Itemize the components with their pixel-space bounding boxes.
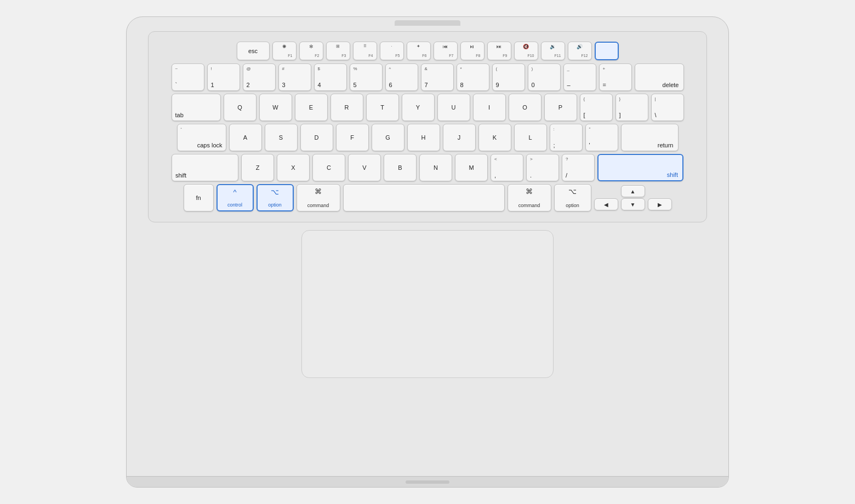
o-key[interactable]: O xyxy=(509,94,542,121)
s-key[interactable]: S xyxy=(265,124,298,151)
brightness-high-icon: ✻ xyxy=(309,44,314,49)
power-key[interactable] xyxy=(595,42,619,60)
u-key[interactable]: U xyxy=(437,94,470,121)
ampersand-symbol: & xyxy=(425,66,428,71)
option-right-key[interactable]: ⌥ option xyxy=(554,184,591,211)
v-key[interactable]: V xyxy=(348,154,381,181)
q-key[interactable]: Q xyxy=(224,94,256,121)
6-symbol: 6 xyxy=(389,82,392,88)
c-key[interactable]: C xyxy=(312,154,345,181)
option-right-label: option xyxy=(566,203,579,208)
r-key[interactable]: R xyxy=(330,94,363,121)
1-key[interactable]: ! 1 xyxy=(207,64,240,91)
minus-key[interactable]: _ – xyxy=(563,64,596,91)
question-key[interactable]: ? / xyxy=(562,154,595,181)
fn-label: fn xyxy=(196,194,201,201)
control-label: control xyxy=(227,202,242,208)
gt-key[interactable]: > . xyxy=(526,154,559,181)
f3-key[interactable]: ⊞ F3 xyxy=(326,42,350,60)
g-key[interactable]: G xyxy=(372,124,404,151)
mute-icon: 🔇 xyxy=(523,44,529,49)
f4-key[interactable]: ⠿ F4 xyxy=(353,42,377,60)
m-key[interactable]: M xyxy=(455,154,488,181)
t-key[interactable]: T xyxy=(366,94,399,121)
0-key[interactable]: ) 0 xyxy=(528,64,561,91)
f11-key[interactable]: 🔉 F11 xyxy=(541,42,565,60)
right-arrow-icon: ▶ xyxy=(658,202,662,208)
f6-key[interactable]: ✦ F6 xyxy=(407,42,431,60)
tilde-key[interactable]: ~ ` xyxy=(172,64,204,91)
0-symbol: 0 xyxy=(532,82,535,88)
esc-key[interactable]: esc xyxy=(237,42,270,60)
hash-symbol: # xyxy=(282,66,284,71)
f1-key[interactable]: ✺ F1 xyxy=(272,42,297,60)
5-key[interactable]: % 5 xyxy=(350,64,383,91)
8-key[interactable]: * 8 xyxy=(457,64,489,91)
lbracket-key[interactable]: { [ xyxy=(580,94,613,121)
3-key[interactable]: # 3 xyxy=(278,64,311,91)
arrow-lr-container: ◀ ▼ ▶ xyxy=(594,198,672,210)
arrow-right-key[interactable]: ▶ xyxy=(648,198,672,210)
4-key[interactable]: $ 4 xyxy=(314,64,347,91)
7-key[interactable]: & 7 xyxy=(421,64,454,91)
caps-lock-key[interactable]: • caps lock xyxy=(177,124,226,151)
up-arrow-icon: ▲ xyxy=(630,188,636,194)
9-key[interactable]: ( 9 xyxy=(492,64,525,91)
control-icon: ^ xyxy=(233,188,236,196)
p-key[interactable]: P xyxy=(544,94,577,121)
command-right-icon: ⌘ xyxy=(526,187,533,196)
trackpad[interactable] xyxy=(301,230,554,378)
control-key[interactable]: ^ control xyxy=(216,184,254,211)
2-key[interactable]: @ 2 xyxy=(243,64,276,91)
f2-key[interactable]: ✻ F2 xyxy=(299,42,323,60)
arrow-left-key[interactable]: ◀ xyxy=(594,198,618,210)
h-key[interactable]: H xyxy=(407,124,440,151)
space-key[interactable] xyxy=(343,184,505,211)
n-key[interactable]: N xyxy=(419,154,452,181)
f7-key[interactable]: ⏮ F7 xyxy=(434,42,458,60)
shift-right-key[interactable]: shift xyxy=(597,154,683,181)
y-key[interactable]: Y xyxy=(402,94,435,121)
fast-forward-icon: ⏭ xyxy=(497,44,501,49)
f5-key[interactable]: · F5 xyxy=(380,42,404,60)
w-key[interactable]: W xyxy=(259,94,292,121)
j-key[interactable]: J xyxy=(443,124,476,151)
equals-key[interactable]: + = xyxy=(599,64,632,91)
i-key[interactable]: I xyxy=(473,94,506,121)
6-key[interactable]: ^ 6 xyxy=(385,64,418,91)
f12-key[interactable]: 🔊 F12 xyxy=(568,42,592,60)
k-key[interactable]: K xyxy=(478,124,511,151)
a-key[interactable]: A xyxy=(229,124,262,151)
tilde-symbol: ~ xyxy=(175,66,178,71)
d-key[interactable]: D xyxy=(300,124,333,151)
rbracket-key[interactable]: } ] xyxy=(615,94,648,121)
l-key[interactable]: L xyxy=(514,124,547,151)
b-key[interactable]: B xyxy=(384,154,417,181)
brightness-low-icon: ✺ xyxy=(282,44,287,49)
f9-key[interactable]: ⏭ F9 xyxy=(487,42,511,60)
fn-key[interactable]: fn xyxy=(184,184,214,211)
command-right-key[interactable]: ⌘ command xyxy=(508,184,551,211)
f-key[interactable]: F xyxy=(336,124,369,151)
lt-key[interactable]: < , xyxy=(491,154,523,181)
arrow-down-key[interactable]: ▼ xyxy=(621,198,645,210)
pipe-key[interactable]: | \ xyxy=(651,94,684,121)
f8-key[interactable]: ⏯ F8 xyxy=(460,42,485,60)
semicolon-key[interactable]: : ; xyxy=(550,124,583,151)
tab-key[interactable]: tab xyxy=(172,94,221,121)
option-left-key[interactable]: ⌥ option xyxy=(256,184,294,211)
x-key[interactable]: X xyxy=(277,154,310,181)
z-key[interactable]: Z xyxy=(241,154,274,181)
command-left-key[interactable]: ⌘ command xyxy=(297,184,340,211)
return-key[interactable]: return xyxy=(621,124,679,151)
caps-dot: • xyxy=(181,127,182,130)
left-arrow-icon: ◀ xyxy=(604,202,608,208)
underscore-symbol: _ xyxy=(567,66,569,71)
delete-key[interactable]: delete xyxy=(635,64,684,91)
f10-key[interactable]: 🔇 F10 xyxy=(514,42,538,60)
shift-left-key[interactable]: shift xyxy=(172,154,238,181)
arrow-up-key[interactable]: ▲ xyxy=(621,185,645,197)
4-symbol: 4 xyxy=(318,82,321,88)
quote-key[interactable]: " ' xyxy=(585,124,618,151)
e-key[interactable]: E xyxy=(295,94,328,121)
